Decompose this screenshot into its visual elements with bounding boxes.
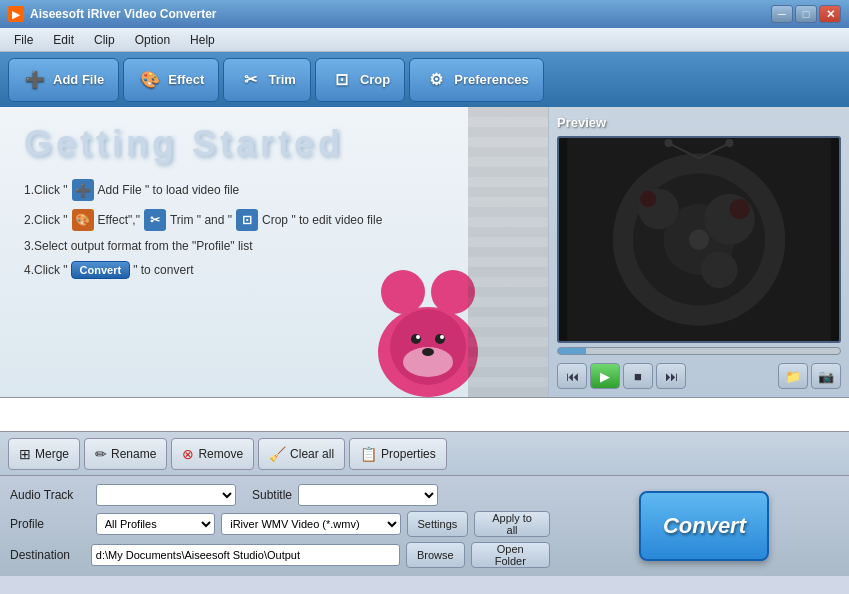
crop-label: Crop: [360, 72, 390, 87]
svg-point-9: [422, 348, 434, 356]
destination-label: Destination: [10, 548, 85, 562]
menu-edit[interactable]: Edit: [43, 31, 84, 49]
browse-button[interactable]: Browse: [406, 542, 465, 568]
step-3: 3.Select output format from the "Profile…: [24, 239, 524, 253]
window-controls: ─ □ ✕: [771, 5, 841, 23]
menu-option[interactable]: Option: [125, 31, 180, 49]
trim-button[interactable]: ✂ Trim: [223, 58, 310, 102]
svg-point-0: [381, 270, 425, 314]
file-list-area: [0, 397, 849, 432]
step1-icon: ➕: [72, 179, 94, 201]
folder-button[interactable]: 📁: [778, 363, 808, 389]
settings-panel: Audio Track Subtitle Profile All Profile…: [0, 476, 560, 576]
convert-label: Convert: [663, 513, 746, 539]
convert-button[interactable]: Convert: [639, 491, 769, 561]
seek-bar-container[interactable]: [557, 343, 841, 359]
menu-help[interactable]: Help: [180, 31, 225, 49]
step-2: 2.Click " 🎨 Effect"," ✂ Trim " and " ⊡ C…: [24, 209, 524, 231]
svg-point-17: [701, 252, 738, 289]
trim-icon: ✂: [238, 68, 262, 92]
svg-point-8: [440, 335, 444, 339]
svg-point-22: [664, 139, 672, 147]
destination-row: Destination Browse Open Folder: [10, 542, 550, 568]
main-area: Getting Started 1.Click " ➕ Add File " t…: [0, 107, 849, 397]
crop-icon: ⊡: [330, 68, 354, 92]
toolbar: ➕ Add File 🎨 Effect ✂ Trim ⊡ Crop ⚙ Pref…: [0, 52, 849, 107]
clear-all-button[interactable]: 🧹 Clear all: [258, 438, 345, 470]
filmstrip-decor: [468, 107, 548, 397]
crop-button[interactable]: ⊡ Crop: [315, 58, 405, 102]
playback-controls: ⏮ ▶ ■ ⏭ 📁 📷: [557, 363, 841, 389]
forward-to-end-button[interactable]: ⏭: [656, 363, 686, 389]
profile-select-1[interactable]: All Profiles: [96, 513, 216, 535]
menu-file[interactable]: File: [4, 31, 43, 49]
getting-started-panel: Getting Started 1.Click " ➕ Add File " t…: [0, 107, 549, 397]
svg-point-14: [689, 229, 709, 249]
profile-label: Profile: [10, 517, 90, 531]
menu-clip[interactable]: Clip: [84, 31, 125, 49]
svg-point-19: [729, 199, 749, 219]
svg-point-23: [725, 139, 733, 147]
seek-bar[interactable]: [557, 347, 841, 355]
settings-button[interactable]: Settings: [407, 511, 469, 537]
apply-to-all-button[interactable]: Apply to all: [474, 511, 550, 537]
close-button[interactable]: ✕: [819, 5, 841, 23]
svg-point-7: [416, 335, 420, 339]
convert-badge: Convert: [71, 261, 131, 279]
remove-label: Remove: [198, 447, 243, 461]
subtitle-label: Subtitle: [252, 488, 292, 502]
menu-bar: File Edit Clip Option Help: [0, 28, 849, 52]
effect-icon: 🎨: [138, 68, 162, 92]
svg-point-18: [640, 191, 656, 207]
rename-label: Rename: [111, 447, 156, 461]
audio-subtitle-row: Audio Track Subtitle: [10, 484, 550, 506]
properties-icon: 📋: [360, 446, 377, 462]
playback-left-controls: ⏮ ▶ ■ ⏭: [557, 363, 686, 389]
rewind-to-start-button[interactable]: ⏮: [557, 363, 587, 389]
audio-track-select[interactable]: [96, 484, 236, 506]
app-icon: ▶: [8, 6, 24, 22]
properties-button[interactable]: 📋 Properties: [349, 438, 447, 470]
preferences-button[interactable]: ⚙ Preferences: [409, 58, 543, 102]
rename-button[interactable]: ✏ Rename: [84, 438, 167, 470]
merge-button[interactable]: ⊞ Merge: [8, 438, 80, 470]
maximize-button[interactable]: □: [795, 5, 817, 23]
window-title: Aiseesoft iRiver Video Converter: [30, 7, 217, 21]
profile-select-2[interactable]: iRiver WMV Video (*.wmv): [221, 513, 400, 535]
remove-icon: ⊗: [182, 446, 194, 462]
subtitle-select[interactable]: [298, 484, 438, 506]
getting-started-title: Getting Started: [24, 123, 524, 165]
step2-effect-icon: 🎨: [72, 209, 94, 231]
camera-button[interactable]: 📷: [811, 363, 841, 389]
add-file-label: Add File: [53, 72, 104, 87]
clear-all-icon: 🧹: [269, 446, 286, 462]
play-button[interactable]: ▶: [590, 363, 620, 389]
minimize-button[interactable]: ─: [771, 5, 793, 23]
preview-label: Preview: [557, 115, 841, 130]
preferences-icon: ⚙: [424, 68, 448, 92]
destination-input[interactable]: [91, 544, 400, 566]
add-file-button[interactable]: ➕ Add File: [8, 58, 119, 102]
preview-screen: [557, 136, 841, 343]
svg-point-16: [704, 194, 755, 245]
effect-button[interactable]: 🎨 Effect: [123, 58, 219, 102]
merge-label: Merge: [35, 447, 69, 461]
playback-right-controls: 📁 📷: [778, 363, 841, 389]
clear-all-label: Clear all: [290, 447, 334, 461]
svg-point-5: [411, 334, 421, 344]
profile-row: Profile All Profiles iRiver WMV Video (*…: [10, 511, 550, 537]
step-1: 1.Click " ➕ Add File " to load video fil…: [24, 179, 524, 201]
trim-label: Trim: [268, 72, 295, 87]
remove-button[interactable]: ⊗ Remove: [171, 438, 254, 470]
convert-area: Convert: [560, 476, 849, 576]
add-file-icon: ➕: [23, 68, 47, 92]
merge-icon: ⊞: [19, 446, 31, 462]
stop-button[interactable]: ■: [623, 363, 653, 389]
audio-track-label: Audio Track: [10, 488, 90, 502]
effect-label: Effect: [168, 72, 204, 87]
properties-label: Properties: [381, 447, 436, 461]
rename-icon: ✏: [95, 446, 107, 462]
open-folder-button[interactable]: Open Folder: [471, 542, 550, 568]
step2-trim-icon: ✂: [144, 209, 166, 231]
action-bar: ⊞ Merge ✏ Rename ⊗ Remove 🧹 Clear all 📋 …: [0, 432, 849, 476]
